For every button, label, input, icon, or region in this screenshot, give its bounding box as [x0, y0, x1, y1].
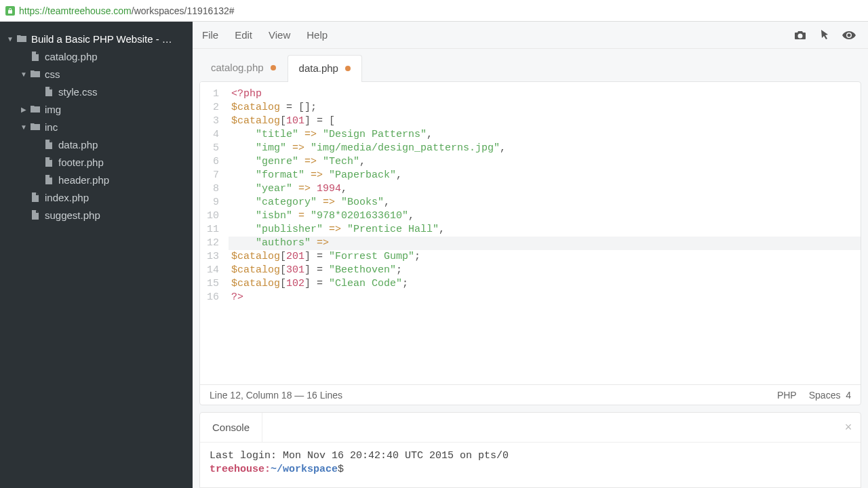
url-path: /workspaces/11916132#	[132, 5, 235, 16]
file-icon	[30, 209, 41, 220]
file-icon	[30, 192, 41, 203]
file-tree-sidebar: ▼Build a Basic PHP Website - …▶catalog.p…	[0, 22, 193, 488]
code-line[interactable]: "year" => 1994,	[229, 182, 861, 196]
tree-label: img	[45, 104, 61, 115]
code-line[interactable]: "format" => "Paperback",	[229, 169, 861, 182]
line-number-gutter: 12345678910111213141516	[200, 82, 229, 384]
console-output[interactable]: Last login: Mon Nov 16 20:42:40 UTC 2015…	[200, 443, 861, 487]
file-icon	[30, 51, 41, 62]
file-icon	[43, 157, 54, 167]
code-line[interactable]: "authors" =>	[229, 237, 861, 250]
tree-label: catalog.php	[45, 51, 98, 62]
camera-icon[interactable]	[791, 26, 810, 45]
url-host: https://teamtreehouse.com	[19, 5, 132, 16]
file-style-css[interactable]: ▶style.css	[0, 83, 193, 100]
menu-bar: FileEditViewHelp	[193, 22, 868, 49]
code-area[interactable]: <?php$catalog = [];$catalog[101] = [ "ti…	[229, 82, 861, 384]
address-bar[interactable]: https://teamtreehouse.com/workspaces/119…	[0, 0, 868, 22]
code-line[interactable]: $catalog = [];	[229, 101, 861, 115]
console-line: Last login: Mon Nov 16 20:42:40 UTC 2015…	[210, 449, 851, 463]
code-line[interactable]: "isbn" = "978*0201633610",	[229, 209, 861, 223]
close-icon[interactable]: ×	[836, 420, 861, 434]
tab-catalog-php[interactable]: catalog.php	[199, 54, 288, 81]
code-line[interactable]: "publisher" => "Prentice Hall",	[229, 223, 861, 237]
code-line[interactable]: ?>	[229, 291, 861, 304]
tree-label: index.php	[45, 192, 89, 203]
language-mode[interactable]: PHP	[777, 390, 797, 401]
tree-label: footer.php	[58, 157, 104, 168]
folder-icon	[16, 33, 27, 44]
project-root[interactable]: ▼Build a Basic PHP Website - …	[0, 30, 193, 47]
file-footer-php[interactable]: ▶footer.php	[0, 153, 193, 171]
menu-file[interactable]: File	[202, 29, 218, 41]
tree-label: inc	[45, 121, 58, 133]
code-line[interactable]: $catalog[201] = "Forrest Gump";	[229, 250, 861, 264]
code-line[interactable]: "img" => "img/media/design_patterns.jpg"…	[229, 142, 861, 155]
tree-label: css	[45, 68, 60, 80]
file-icon	[43, 174, 54, 185]
code-line[interactable]: <?php	[229, 87, 861, 101]
console-prompt: treehouse:~/workspace$	[210, 463, 851, 476]
code-line[interactable]: "title" => "Design Patterns",	[229, 128, 861, 142]
folder-icon	[30, 104, 41, 115]
dirty-indicator-icon	[345, 66, 351, 71]
console-tab[interactable]: Console	[200, 413, 262, 442]
file-icon	[43, 139, 54, 150]
code-line[interactable]: $catalog[102] = "Clean Code";	[229, 277, 861, 291]
code-line[interactable]: "genre" => "Tech",	[229, 155, 861, 169]
file-header-php[interactable]: ▶header.php	[0, 171, 193, 188]
preview-eye-icon[interactable]	[840, 26, 859, 45]
file-data-php[interactable]: ▶data.php	[0, 136, 193, 153]
cursor-position: Line 12, Column 18 — 16 Lines	[210, 390, 342, 401]
folder-img[interactable]: ▶img	[0, 100, 193, 118]
dirty-indicator-icon	[271, 65, 276, 70]
file-index-php[interactable]: ▶index.php	[0, 188, 193, 206]
pointer-icon[interactable]	[815, 26, 834, 45]
menu-help[interactable]: Help	[307, 29, 328, 41]
tab-label: catalog.php	[211, 62, 264, 73]
folder-css[interactable]: ▼css	[0, 65, 193, 83]
file-suggest-php[interactable]: ▶suggest.php	[0, 206, 193, 224]
menu-view[interactable]: View	[269, 29, 290, 41]
project-title: Build a Basic PHP Website - …	[31, 33, 172, 45]
tree-label: data.php	[58, 139, 98, 150]
code-line[interactable]: "category" => "Books",	[229, 196, 861, 209]
tree-label: style.css	[58, 86, 98, 98]
tree-label: suggest.php	[45, 209, 100, 221]
file-catalog-php[interactable]: ▶catalog.php	[0, 47, 193, 65]
tree-label: header.php	[58, 174, 109, 186]
file-icon	[43, 86, 54, 97]
code-line[interactable]: $catalog[101] = [	[229, 115, 861, 128]
tab-data-php[interactable]: data.php	[288, 55, 362, 82]
tab-label: data.php	[299, 62, 338, 74]
editor-tabs: catalog.phpdata.php	[193, 49, 868, 81]
menu-edit[interactable]: Edit	[235, 29, 252, 41]
lock-icon	[5, 6, 15, 16]
folder-icon	[30, 68, 41, 79]
editor-status-bar: Line 12, Column 18 — 16 Lines PHP Spaces…	[200, 384, 861, 405]
indent-mode[interactable]: Spaces 4	[809, 390, 851, 401]
folder-icon	[30, 121, 41, 132]
code-line[interactable]: $catalog[301] = "Beethoven";	[229, 264, 861, 277]
console-panel: Console × Last login: Mon Nov 16 20:42:4…	[199, 412, 861, 488]
folder-inc[interactable]: ▼inc	[0, 118, 193, 136]
